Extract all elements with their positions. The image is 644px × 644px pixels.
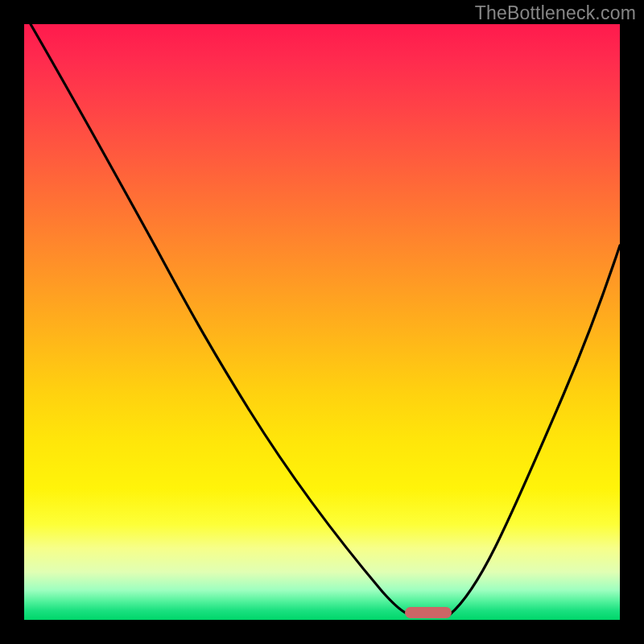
valley-marker	[405, 607, 452, 618]
plot-area	[24, 24, 620, 620]
watermark-text: TheBottleneck.com	[475, 2, 636, 24]
bottleneck-curve	[24, 24, 620, 620]
chart-frame: TheBottleneck.com	[0, 0, 644, 644]
